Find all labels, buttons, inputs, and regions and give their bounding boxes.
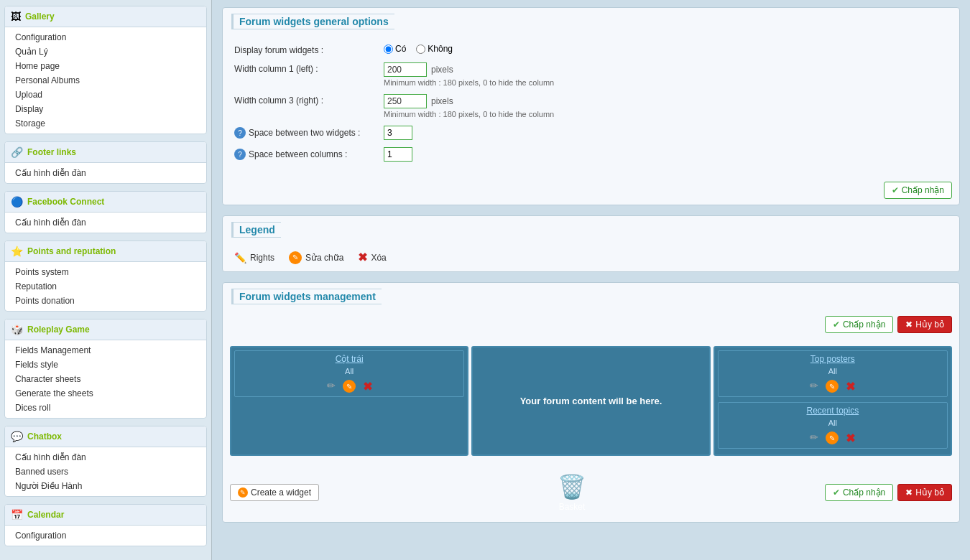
sidebar-link-gallery-2[interactable]: Home page: [15, 61, 60, 71]
sidebar-section-header-chatbox[interactable]: 💬Chatbox: [5, 426, 206, 447]
sidebar-link-roleplay-game-4[interactable]: Dices roll: [15, 403, 50, 413]
legend-section: Legend ✏️ Rights ✎ Sửa chữa ✖ Xóa: [222, 215, 960, 272]
sidebar-link-calendar-0[interactable]: Configuration: [15, 531, 66, 541]
sidebar-section-list-roleplay-game: Fields ManagementFields styleCharacter s…: [5, 340, 206, 418]
sidebar-link-points-reputation-2[interactable]: Points donation: [15, 296, 75, 306]
space-cols-input[interactable]: [384, 147, 412, 162]
recent-topics-actions: ✏ ✎ ✖: [719, 429, 947, 448]
sidebar-link-gallery-1[interactable]: Quản Lý: [15, 47, 48, 57]
sidebar-link-footer-links-0[interactable]: Cấu hình diễn đàn: [15, 168, 86, 178]
space-widgets-row: ? Space between two widgets :: [234, 126, 948, 140]
bottom-accept-btn[interactable]: ✔ Chấp nhận: [825, 484, 893, 501]
space-cols-help-icon[interactable]: ?: [234, 149, 246, 160]
top-posters-delete-icon[interactable]: ✖: [846, 380, 855, 393]
sidebar-link-roleplay-game-0[interactable]: Fields Management: [15, 345, 91, 355]
sidebar-section-points-reputation: ⭐Points and reputationPoints systemReput…: [4, 241, 207, 312]
list-item: Generate the sheets: [5, 386, 206, 401]
radio-no-input[interactable]: [416, 45, 425, 54]
col1-input[interactable]: [384, 62, 427, 77]
sidebar-link-roleplay-game-2[interactable]: Character sheets: [15, 374, 80, 384]
list-item: Upload: [5, 88, 206, 102]
list-item: Fields Management: [5, 343, 206, 358]
col3-input[interactable]: [384, 94, 427, 108]
bottom-cancel-btn[interactable]: ✖ Hủy bỏ: [897, 484, 952, 501]
sidebar-link-gallery-0[interactable]: Configuration: [15, 32, 66, 42]
sidebar-link-gallery-6[interactable]: Storage: [15, 118, 45, 129]
list-item: Character sheets: [5, 372, 206, 386]
space-widgets-input[interactable]: [384, 126, 412, 140]
sidebar-section-list-gallery: ConfigurationQuản LýHome pagePersonal Al…: [5, 27, 206, 134]
list-item: Configuration: [5, 30, 206, 45]
widget-mgmt-accept-btn[interactable]: ✔ Chấp nhận: [825, 316, 893, 333]
sidebar-link-gallery-3[interactable]: Personal Albums: [15, 75, 80, 85]
recent-topics-edit-icon[interactable]: ✎: [826, 431, 839, 444]
sidebar-section-icon-footer-links: 🔗: [11, 146, 23, 158]
center-column: Your forum content will be here.: [471, 346, 710, 456]
sidebar-link-points-reputation-0[interactable]: Points system: [15, 267, 69, 277]
radio-yes[interactable]: Có: [384, 44, 406, 54]
radio-yes-label: Có: [395, 44, 406, 54]
sidebar-link-points-reputation-1[interactable]: Reputation: [15, 281, 57, 291]
sidebar-section-title-facebook-connect: Facebook Connect: [27, 197, 104, 207]
radio-no-label: Không: [428, 44, 453, 54]
sidebar-link-roleplay-game-1[interactable]: Fields style: [15, 360, 58, 370]
left-widget-title-link[interactable]: Cột trái: [336, 354, 364, 364]
sidebar-section-header-roleplay-game[interactable]: 🎲Roleplay Game: [5, 319, 206, 340]
sidebar-section-list-points-reputation: Points systemReputationPoints donation: [5, 262, 206, 311]
space-widgets-help-icon[interactable]: ?: [234, 127, 246, 139]
sidebar-link-facebook-connect-0[interactable]: Cấu hình diễn đàn: [15, 218, 86, 228]
col3-hint: Minimum width : 180 pixels, 0 to hide th…: [384, 110, 554, 118]
recent-topics-rights-icon[interactable]: ✏: [810, 431, 818, 445]
list-item: Dices roll: [5, 401, 206, 415]
left-column: Cột trái All ✏ ✎ ✖: [230, 346, 468, 456]
top-posters-actions: ✏ ✎ ✖: [719, 377, 947, 396]
col1-row: Width column 1 (left) : pixels Minimum w…: [234, 62, 948, 87]
list-item: Personal Albums: [5, 73, 206, 88]
left-widget-rights-icon[interactable]: ✏: [327, 380, 336, 393]
recent-topics-delete-icon[interactable]: ✖: [846, 431, 855, 445]
top-posters-widget: Top posters All ✏ ✎ ✖: [718, 350, 948, 397]
sidebar-section-roleplay-game: 🎲Roleplay GameFields ManagementFields st…: [4, 319, 207, 419]
general-options-accept-btn[interactable]: ✔ Chấp nhận: [884, 182, 952, 199]
sidebar-section-header-points-reputation[interactable]: ⭐Points and reputation: [5, 241, 206, 262]
sidebar-section-header-gallery[interactable]: 🖼Gallery: [5, 6, 206, 27]
sidebar-link-chatbox-2[interactable]: Người Điều Hành: [15, 481, 82, 491]
right-column: Top posters All ✏ ✎ ✖ Recent topics All: [713, 346, 952, 456]
sidebar-link-chatbox-1[interactable]: Banned users: [15, 467, 68, 477]
display-label: Display forum widgets :: [234, 44, 378, 55]
sidebar-section-gallery: 🖼GalleryConfigurationQuản LýHome pagePer…: [4, 6, 207, 134]
sidebar-link-gallery-4[interactable]: Upload: [15, 90, 42, 100]
general-options-section: Forum widgets general options Display fo…: [222, 7, 960, 205]
sidebar-section-header-calendar[interactable]: 📅Calendar: [5, 505, 206, 526]
sidebar-section-icon-roleplay-game: 🎲: [11, 324, 23, 335]
sidebar-section-header-footer-links[interactable]: 🔗Footer links: [5, 142, 206, 163]
main-content: Forum widgets general options Display fo…: [212, 0, 970, 560]
widget-mgmt-cancel-btn[interactable]: ✖ Hủy bỏ: [897, 316, 952, 333]
list-item: Banned users: [5, 465, 206, 479]
sidebar-section-facebook-connect: 🔵Facebook ConnectCấu hình diễn đàn: [4, 191, 207, 233]
col3-label: Width column 3 (right) :: [234, 94, 378, 106]
left-widget-item: Cột trái All ✏ ✎ ✖: [234, 350, 464, 397]
sidebar-link-roleplay-game-3[interactable]: Generate the sheets: [15, 388, 93, 398]
list-item: Configuration: [5, 528, 206, 543]
legend-row: ✏️ Rights ✎ Sửa chữa ✖ Xóa: [223, 243, 959, 271]
sidebar-section-header-facebook-connect[interactable]: 🔵Facebook Connect: [5, 192, 206, 213]
left-widget-delete-icon[interactable]: ✖: [363, 380, 372, 393]
list-item: Cấu hình diễn đàn: [5, 450, 206, 465]
sidebar-section-title-gallery: Gallery: [25, 11, 55, 22]
widget-management-section: Forum widgets management ✔ Chấp nhận ✖ H…: [222, 282, 960, 523]
center-placeholder: Your forum content will be here.: [520, 396, 662, 406]
radio-yes-input[interactable]: [384, 45, 393, 54]
bottom-btn-row: ✎ Create a widget 🗑️ Basket ✔ Chấp nhận …: [223, 463, 959, 522]
recent-topics-link[interactable]: Recent topics: [806, 406, 859, 416]
create-widget-btn[interactable]: ✎ Create a widget: [230, 484, 319, 501]
sidebar-section-list-calendar: Configuration: [5, 526, 206, 546]
radio-no[interactable]: Không: [416, 44, 453, 54]
top-posters-link[interactable]: Top posters: [810, 354, 855, 364]
top-posters-edit-icon[interactable]: ✎: [826, 380, 839, 393]
left-widget-edit-icon[interactable]: ✎: [343, 380, 356, 393]
sidebar-link-gallery-5[interactable]: Display: [15, 104, 43, 114]
sidebar-link-chatbox-0[interactable]: Cấu hình diễn đàn: [15, 452, 86, 462]
top-posters-rights-icon[interactable]: ✏: [810, 380, 818, 393]
col3-row: Width column 3 (right) : pixels Minimum …: [234, 94, 948, 118]
